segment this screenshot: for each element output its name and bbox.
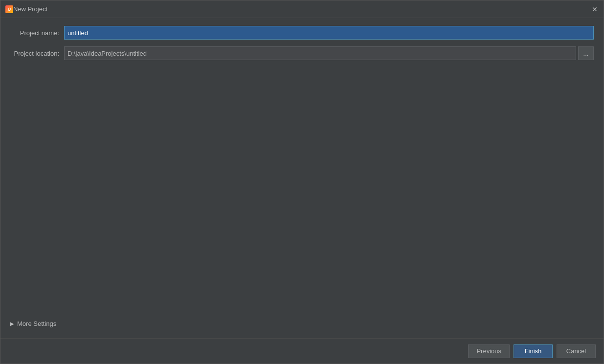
project-name-row: Project name: <box>10 26 594 40</box>
location-input-group: ... <box>64 46 594 60</box>
new-project-dialog: U New Project ✕ Project name: Project lo… <box>0 0 604 364</box>
title-bar: U New Project ✕ <box>0 0 604 18</box>
content-area: Project name: Project location: ... ▶ Mo… <box>0 18 604 338</box>
more-settings-arrow-icon: ▶ <box>10 321 14 326</box>
project-name-label: Project name: <box>10 29 64 37</box>
dialog-title: New Project <box>13 5 591 13</box>
finish-button[interactable]: Finish <box>514 344 553 358</box>
browse-button[interactable]: ... <box>578 46 594 60</box>
bottom-bar: Previous Finish Cancel <box>0 338 604 364</box>
close-button[interactable]: ✕ <box>591 5 599 13</box>
project-location-label: Project location: <box>10 50 64 57</box>
more-settings-label: More Settings <box>17 320 56 327</box>
more-settings-toggle[interactable]: ▶ More Settings <box>10 317 594 330</box>
cancel-button[interactable]: Cancel <box>557 344 596 358</box>
spacer <box>10 67 594 317</box>
previous-button[interactable]: Previous <box>468 344 510 358</box>
app-icon: U <box>5 5 13 13</box>
project-name-input[interactable] <box>64 26 594 40</box>
project-location-input[interactable] <box>64 46 576 60</box>
project-location-row: Project location: ... <box>10 46 594 60</box>
